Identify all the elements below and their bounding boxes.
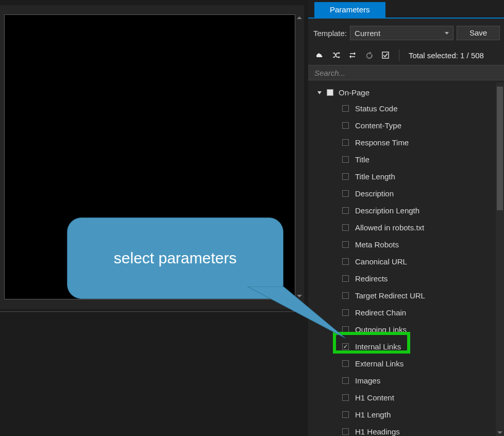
tree-scrollbar[interactable] [496,82,504,436]
item-checkbox[interactable] [342,377,349,384]
item-label: Target Redirect URL [355,291,425,300]
tree-item[interactable]: Canonical URL [308,253,496,270]
tree-item[interactable]: Outgoing Links [308,321,496,338]
item-checkbox[interactable] [342,275,349,282]
scrollbar-thumb[interactable] [497,87,503,210]
item-checkbox[interactable] [342,156,349,163]
item-label: H1 Length [355,410,391,419]
parameter-tree[interactable]: On-Page Status CodeContent-TypeResponse … [308,82,496,436]
tree-item[interactable]: Title [308,151,496,168]
tree-item[interactable]: Description Length [308,202,496,219]
item-label: Title Length [355,172,395,181]
tree-item[interactable]: Meta Robots [308,236,496,253]
template-selected-value: Current [355,29,380,38]
cloud-icon[interactable] [315,51,324,59]
item-checkbox[interactable] [342,309,349,316]
tree-group-on-page[interactable]: On-Page [308,85,496,100]
search-input[interactable]: Search... [308,65,504,80]
tree-item[interactable]: Images [308,372,496,389]
item-checkbox[interactable] [342,190,349,197]
tree-item[interactable]: Allowed in robots.txt [308,219,496,236]
item-label: Canonical URL [355,257,407,266]
toolbar: Total selected: 1 / 508 [308,47,504,65]
item-label: H1 Headings [355,427,400,436]
item-label: Meta Robots [355,240,399,249]
item-label: Description Length [355,206,419,215]
item-checkbox[interactable] [342,360,349,367]
template-label: Template: [313,29,347,38]
callout-text: select parameters [114,249,237,267]
item-checkbox[interactable] [342,258,349,265]
tree-item[interactable]: Redirects [308,270,496,287]
tree-item[interactable]: H1 Length [308,406,496,423]
item-checkbox[interactable] [342,241,349,248]
scroll-up-icon[interactable] [297,16,302,19]
swap-icon[interactable] [348,51,357,59]
item-label: External Links [355,359,404,368]
tree-item[interactable]: Content-Type [308,117,496,134]
panel-divider [0,311,306,313]
total-selected-text: Total selected: 1 / 508 [409,51,499,60]
redo-icon[interactable] [365,51,373,59]
parameters-panel: Parameters Template: Current Save [308,0,504,436]
tab-strip: Parameters [308,0,504,19]
tree-item[interactable]: Redirect Chain [308,304,496,321]
tree-item[interactable]: Title Length [308,168,496,185]
item-label: Title [355,155,369,164]
tree-item[interactable]: Status Code [308,100,496,117]
scroll-down-icon[interactable] [497,431,502,434]
tab-parameters[interactable]: Parameters [314,2,385,18]
tree-item[interactable]: Description [308,185,496,202]
item-label: Images [355,376,380,385]
tree-item[interactable]: External Links [308,355,496,372]
check-all-icon[interactable] [381,51,390,59]
item-checkbox[interactable] [342,224,349,231]
item-checkbox[interactable] [342,411,349,418]
item-label: Outgoing Links [355,325,407,334]
tree-container: On-Page Status CodeContent-TypeResponse … [308,82,504,436]
item-checkbox[interactable] [342,292,349,299]
tree-item[interactable]: Internal Links [308,338,496,355]
template-select[interactable]: Current [350,26,453,40]
item-checkbox[interactable] [342,326,349,333]
item-checkbox[interactable] [342,428,349,435]
item-label: H1 Content [355,393,394,402]
save-button[interactable]: Save [457,26,500,40]
group-label: On-Page [339,88,369,97]
item-label: Status Code [355,104,398,113]
item-label: Content-Type [355,121,401,130]
chevron-down-icon [445,32,449,35]
chevron-down-icon [317,91,322,94]
item-label: Internal Links [355,342,401,351]
template-row: Template: Current Save [308,19,504,47]
tree-item[interactable]: Target Redirect URL [308,287,496,304]
svg-rect-0 [382,52,389,58]
tree-item[interactable]: H1 Content [308,389,496,406]
toolbar-icons [315,51,390,59]
item-checkbox[interactable] [342,122,349,129]
group-checkbox[interactable] [327,89,333,96]
item-checkbox[interactable] [342,173,349,180]
item-label: Redirect Chain [355,308,406,317]
item-checkbox[interactable] [342,207,349,214]
shuffle-icon[interactable] [332,51,340,59]
callout-bubble: select parameters [67,217,283,299]
item-checkbox[interactable] [342,105,349,112]
item-checkbox[interactable] [342,394,349,401]
item-label: Response Time [355,138,409,147]
toolbar-divider [399,49,399,61]
viewport-scrollbar[interactable] [295,15,304,299]
item-label: Allowed in robots.txt [355,223,424,232]
item-checkbox[interactable] [342,139,349,146]
scroll-down-icon[interactable] [297,295,302,297]
tree-item[interactable]: Response Time [308,134,496,151]
item-label: Description [355,189,394,198]
item-checkbox[interactable] [342,343,349,350]
tree-item[interactable]: H1 Headings [308,423,496,436]
item-label: Redirects [355,274,388,283]
